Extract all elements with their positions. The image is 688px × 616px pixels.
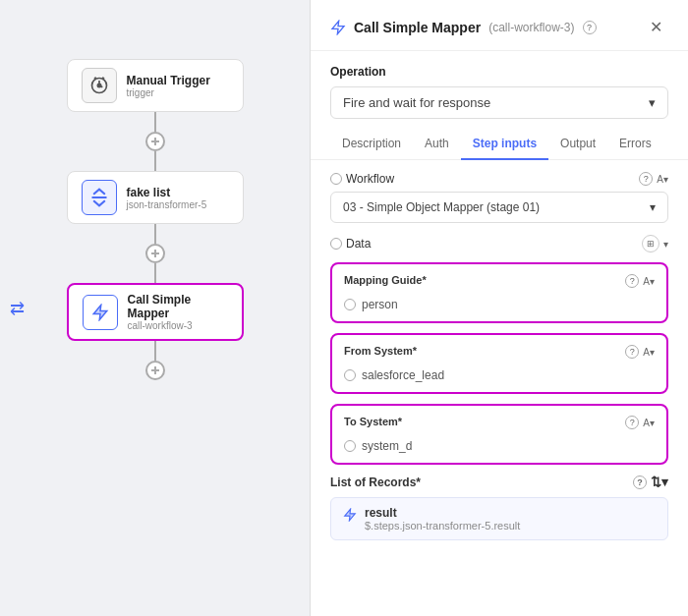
workflow-chevron-icon: ▾ <box>650 200 656 214</box>
add-connector-3[interactable] <box>145 361 165 380</box>
node-manual-trigger[interactable]: Manual Trigger trigger <box>67 59 244 112</box>
connector-5 <box>154 341 156 361</box>
mapping-guide-label: Mapping Guide* <box>344 274 427 286</box>
record-content: result $.steps.json-transformer-5.result <box>365 506 520 532</box>
list-record-item: result $.steps.json-transformer-5.result <box>330 497 668 540</box>
trigger-icon <box>82 68 117 103</box>
call-mapper-subtitle: call-workflow-3 <box>128 320 228 331</box>
from-system-radio[interactable] <box>344 369 356 381</box>
data-radio[interactable] <box>330 238 342 250</box>
from-system-actions: ? A▾ <box>625 345 655 359</box>
mapping-guide-value-row: person <box>344 298 655 311</box>
from-system-value-row: salesforce_lead <box>344 368 655 382</box>
lightning-header-icon <box>330 20 346 35</box>
list-records-label: List of Records* <box>330 476 421 489</box>
workflow-label: Workflow <box>330 172 394 186</box>
to-system-label: To System* <box>344 416 402 427</box>
data-section-header: Data ⊞ ▾ <box>330 235 668 252</box>
record-path: $.steps.json-transformer-5.result <box>365 520 520 532</box>
fake-list-node-text: fake list json-transformer-5 <box>127 186 207 210</box>
to-system-header-row: To System* ? A▾ <box>344 416 655 433</box>
to-system-radio[interactable] <box>344 440 356 452</box>
fake-list-subtitle: json-transformer-5 <box>127 199 207 210</box>
flow-container: Manual Trigger trigger fake list json-tr… <box>67 59 244 380</box>
panel-title-row: Call Simple Mapper (call-workflow-3) ? <box>330 20 597 35</box>
svg-marker-9 <box>332 21 344 33</box>
list-records-help-icon[interactable]: ? <box>633 476 647 489</box>
call-mapper-node-text: Call Simple Mapper call-workflow-3 <box>128 293 228 331</box>
close-button[interactable]: ✕ <box>644 16 668 38</box>
svg-marker-6 <box>93 305 107 319</box>
record-title: result <box>365 506 520 520</box>
from-system-header-row: From System* ? A▾ <box>344 345 655 363</box>
list-records-section: List of Records* ? ⇅▾ result $.steps.jso… <box>330 475 668 540</box>
from-system-value: salesforce_lead <box>362 368 444 382</box>
svg-marker-10 <box>345 509 356 521</box>
add-connector-2[interactable] <box>145 244 165 263</box>
to-system-arrow[interactable]: A▾ <box>643 418 655 428</box>
data-label-text: Data <box>346 237 371 251</box>
trigger-title: Manual Trigger <box>127 74 210 87</box>
connector-3 <box>154 224 156 244</box>
call-icon <box>83 295 118 330</box>
from-system-label: From System* <box>344 345 417 357</box>
call-mapper-title: Call Simple Mapper <box>128 293 228 320</box>
to-system-help-icon[interactable]: ? <box>625 416 639 429</box>
connector-2 <box>154 151 156 171</box>
add-connector-1[interactable] <box>145 132 165 151</box>
content-area: Workflow ? A▾ 03 - Simple Object Mapper … <box>311 160 688 616</box>
list-records-icon[interactable]: ⇅▾ <box>651 475 668 489</box>
left-panel: ⇄ Manual Trigger trigger <box>0 0 310 616</box>
operation-dropdown[interactable]: Fire and wait for response ▾ <box>330 86 668 119</box>
tab-errors[interactable]: Errors <box>607 129 663 160</box>
side-arrow-icon: ⇄ <box>10 298 25 319</box>
mapping-guide-header-row: Mapping Guide* ? A▾ <box>344 274 655 292</box>
data-icon-btns: ⊞ ▾ <box>642 235 668 252</box>
workflow-help-icon[interactable]: ? <box>639 172 653 186</box>
trigger-node-text: Manual Trigger trigger <box>127 74 210 98</box>
from-system-help-icon[interactable]: ? <box>625 345 639 359</box>
panel-header: Call Simple Mapper (call-workflow-3) ? ✕ <box>311 0 688 51</box>
to-system-value: system_d <box>362 439 412 453</box>
workflow-label-text: Workflow <box>346 172 394 186</box>
tab-description[interactable]: Description <box>330 129 413 160</box>
mapping-guide-field: Mapping Guide* ? A▾ person <box>330 262 668 323</box>
node-fake-list[interactable]: fake list json-transformer-5 <box>67 171 244 224</box>
data-label: Data <box>330 237 371 251</box>
mapping-guide-arrow[interactable]: A▾ <box>643 276 655 287</box>
trigger-subtitle: trigger <box>127 87 210 98</box>
list-records-divider: List of Records* ? ⇅▾ <box>330 475 668 489</box>
tabs-row: Description Auth Step inputs Output Erro… <box>311 129 688 160</box>
workflow-value-field[interactable]: 03 - Simple Object Mapper (stage 01) ▾ <box>330 192 668 223</box>
workflow-actions: ? A▾ <box>639 172 668 186</box>
workflow-row: Workflow ? A▾ <box>330 172 668 186</box>
node-call-simple-mapper[interactable]: Call Simple Mapper call-workflow-3 <box>67 283 244 341</box>
data-table-icon[interactable]: ⊞ <box>642 235 659 252</box>
list-record-lightning-icon <box>343 508 357 522</box>
panel-title: Call Simple Mapper <box>354 20 481 35</box>
from-system-arrow[interactable]: A▾ <box>643 347 655 358</box>
operation-value: Fire and wait for response <box>343 95 490 110</box>
data-dropdown-arrow[interactable]: ▾ <box>663 239 668 250</box>
tab-auth[interactable]: Auth <box>413 129 461 160</box>
right-panel: Call Simple Mapper (call-workflow-3) ? ✕… <box>310 0 688 616</box>
mapping-guide-help-icon[interactable]: ? <box>625 274 639 288</box>
workflow-radio[interactable] <box>330 173 342 185</box>
header-help-icon[interactable]: ? <box>583 21 597 34</box>
mapping-guide-actions: ? A▾ <box>625 274 655 288</box>
operation-section: Operation Fire and wait for response ▾ <box>311 51 688 129</box>
mapping-guide-radio[interactable] <box>344 299 356 310</box>
svg-point-1 <box>97 84 100 86</box>
workflow-dropdown-arrow[interactable]: A▾ <box>657 174 668 185</box>
to-system-actions: ? A▾ <box>625 416 655 429</box>
tab-output[interactable]: Output <box>548 129 607 160</box>
transform-icon <box>82 180 117 215</box>
operation-chevron-icon: ▾ <box>649 95 656 110</box>
panel-id: (call-workflow-3) <box>488 21 574 34</box>
from-system-field: From System* ? A▾ salesforce_lead <box>330 333 668 394</box>
connector-1 <box>154 112 156 132</box>
tab-step-inputs[interactable]: Step inputs <box>461 129 548 160</box>
connector-4 <box>154 263 156 283</box>
mapping-guide-value: person <box>362 298 398 311</box>
to-system-value-row: system_d <box>344 439 655 453</box>
